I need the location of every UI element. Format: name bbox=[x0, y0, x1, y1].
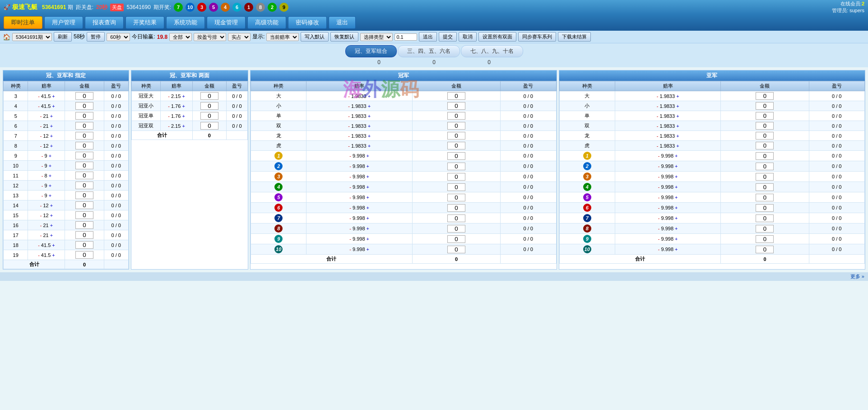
cell-amount[interactable] bbox=[412, 192, 500, 203]
cell-odds[interactable]: - 9.998 + bbox=[615, 161, 720, 172]
tab-78910[interactable]: 七、八、九、十名 bbox=[461, 45, 523, 57]
cell-amount[interactable] bbox=[721, 131, 809, 141]
nav-item-results[interactable]: 开奖结果 bbox=[125, 16, 164, 29]
cell-odds[interactable]: - 1.9833 + bbox=[615, 141, 720, 151]
cell-odds[interactable]: - 9.998 + bbox=[615, 182, 720, 192]
cell-odds[interactable]: - 9.998 + bbox=[615, 151, 720, 161]
interval-select[interactable]: 60秒 bbox=[107, 33, 130, 41]
cell-odds[interactable]: - 9.998 + bbox=[615, 213, 720, 224]
cell-odds[interactable]: - 1.9833 + bbox=[615, 101, 720, 111]
cell-amount[interactable] bbox=[65, 121, 104, 131]
cell-amount[interactable] bbox=[65, 91, 104, 101]
cell-amount[interactable] bbox=[721, 192, 809, 203]
nav-item-users[interactable]: 用户管理 bbox=[44, 16, 83, 29]
cell-amount[interactable] bbox=[412, 213, 500, 224]
cell-odds[interactable]: - 1.9833 + bbox=[306, 131, 412, 141]
cell-amount[interactable] bbox=[412, 161, 500, 172]
cell-amount[interactable] bbox=[412, 172, 500, 182]
cell-odds[interactable]: - 9 + bbox=[28, 151, 65, 161]
cell-odds[interactable]: - 21 + bbox=[28, 121, 65, 131]
cell-odds[interactable]: - 12 + bbox=[28, 200, 65, 210]
cancel-button[interactable]: 取消 bbox=[459, 32, 477, 42]
cell-odds[interactable]: - 1.9833 + bbox=[306, 111, 412, 121]
cell-odds[interactable]: - 8 + bbox=[28, 171, 65, 181]
send-button[interactable]: 送出 bbox=[419, 32, 437, 42]
nav-item-password[interactable]: 密码修改 bbox=[288, 16, 327, 29]
cell-odds[interactable]: - 9.998 + bbox=[615, 172, 720, 182]
cell-amount[interactable] bbox=[412, 151, 500, 161]
cell-amount[interactable] bbox=[412, 234, 500, 244]
cell-amount[interactable] bbox=[721, 224, 809, 234]
cell-amount[interactable] bbox=[721, 213, 809, 224]
display-select[interactable]: 当前赔率 bbox=[266, 33, 299, 41]
cell-amount[interactable] bbox=[721, 121, 809, 131]
cell-amount[interactable] bbox=[65, 171, 104, 181]
cell-amount[interactable] bbox=[65, 151, 104, 161]
cell-odds[interactable]: - 2.15 + bbox=[161, 91, 193, 101]
cell-odds[interactable]: - 9.998 + bbox=[306, 182, 412, 192]
nav-item-reports[interactable]: 报表查询 bbox=[85, 16, 124, 29]
cell-amount[interactable] bbox=[412, 224, 500, 234]
cell-amount[interactable] bbox=[65, 210, 104, 220]
cell-amount[interactable] bbox=[721, 101, 809, 111]
cell-amount[interactable] bbox=[412, 141, 500, 151]
cell-amount[interactable] bbox=[65, 240, 104, 250]
refresh-button[interactable]: 刷新 bbox=[54, 32, 72, 42]
cell-amount[interactable] bbox=[412, 203, 500, 213]
cell-odds[interactable]: - 1.9833 + bbox=[615, 91, 720, 101]
cell-odds[interactable]: - 9.998 + bbox=[306, 234, 412, 244]
cell-odds[interactable]: - 41.5 + bbox=[28, 250, 65, 260]
cell-odds[interactable]: - 12 + bbox=[28, 210, 65, 220]
cell-amount[interactable] bbox=[65, 250, 104, 260]
tab-3456[interactable]: 三、四、五、六名 bbox=[398, 45, 460, 57]
cell-amount[interactable] bbox=[412, 182, 500, 192]
cell-odds[interactable]: - 9.998 + bbox=[306, 172, 412, 182]
cell-amount[interactable] bbox=[412, 111, 500, 121]
cell-amount[interactable] bbox=[193, 101, 227, 111]
cell-odds[interactable]: - 9.998 + bbox=[306, 203, 412, 213]
cell-amount[interactable] bbox=[65, 191, 104, 200]
cell-odds[interactable]: - 12 + bbox=[28, 131, 65, 141]
cell-amount[interactable] bbox=[412, 101, 500, 111]
cell-odds[interactable]: - 1.9833 + bbox=[615, 131, 720, 141]
cell-odds[interactable]: - 41.5 + bbox=[28, 240, 65, 250]
nav-item-logout[interactable]: 退出 bbox=[329, 16, 356, 29]
bottom-bar[interactable]: 更多 » bbox=[0, 272, 868, 281]
cell-amount[interactable] bbox=[721, 234, 809, 244]
cell-amount[interactable] bbox=[193, 111, 227, 121]
period-select[interactable]: 53641691期 bbox=[12, 33, 52, 41]
cell-odds[interactable]: - 9.998 + bbox=[615, 234, 720, 244]
cell-odds[interactable]: - 1.9833 + bbox=[306, 91, 412, 101]
sort-select[interactable]: 按盈亏排 bbox=[194, 33, 226, 41]
cell-odds[interactable]: - 1.9833 + bbox=[306, 141, 412, 151]
cell-odds[interactable]: - 41.5 + bbox=[28, 101, 65, 111]
submit-button[interactable]: 提交 bbox=[439, 32, 457, 42]
cell-amount[interactable] bbox=[65, 141, 104, 151]
download-button[interactable]: 下载未结算 bbox=[558, 32, 591, 42]
cell-odds[interactable]: - 1.9833 + bbox=[615, 121, 720, 131]
cell-amount[interactable] bbox=[65, 181, 104, 191]
cell-odds[interactable]: - 2.15 + bbox=[161, 121, 193, 131]
cell-odds[interactable]: - 9.998 + bbox=[306, 213, 412, 224]
cell-amount[interactable] bbox=[412, 244, 500, 255]
nav-item-cash[interactable]: 现金管理 bbox=[207, 16, 246, 29]
cell-odds[interactable]: - 12 + bbox=[28, 141, 65, 151]
more-link[interactable]: 更多 » bbox=[850, 274, 864, 279]
mode-select[interactable]: 实占 bbox=[228, 33, 251, 41]
cell-amount[interactable] bbox=[412, 91, 500, 101]
cell-amount[interactable] bbox=[193, 121, 227, 131]
cell-amount[interactable] bbox=[721, 161, 809, 172]
cell-odds[interactable]: - 1.9833 + bbox=[615, 111, 720, 121]
nav-item-system[interactable]: 系统功能 bbox=[166, 16, 205, 29]
cell-amount[interactable] bbox=[721, 172, 809, 182]
cell-odds[interactable]: - 9 + bbox=[28, 161, 65, 171]
cell-odds[interactable]: - 9.998 + bbox=[306, 151, 412, 161]
cell-odds[interactable]: - 9.998 + bbox=[306, 224, 412, 234]
cell-amount[interactable] bbox=[721, 111, 809, 121]
cell-odds[interactable]: - 9.998 + bbox=[615, 224, 720, 234]
cell-odds[interactable]: - 9.998 + bbox=[306, 161, 412, 172]
cell-amount[interactable] bbox=[65, 200, 104, 210]
cell-amount[interactable] bbox=[193, 91, 227, 101]
type-select[interactable]: 选择类型 bbox=[360, 33, 393, 41]
cell-amount[interactable] bbox=[721, 151, 809, 161]
